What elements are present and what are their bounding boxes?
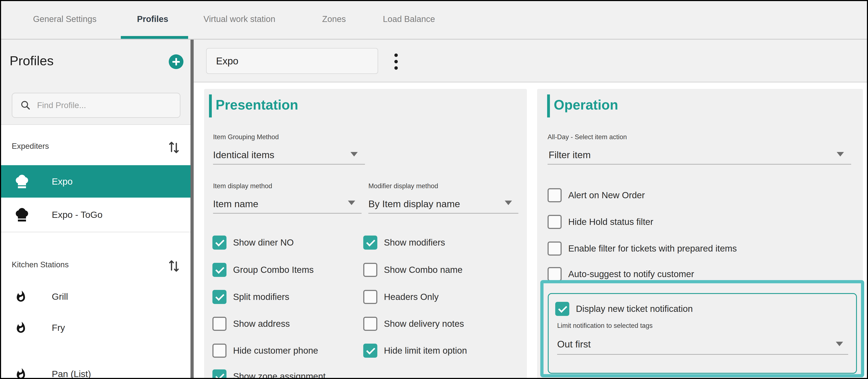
checkbox-box bbox=[363, 344, 377, 358]
checkbox-box bbox=[363, 290, 377, 304]
modifier-display-method-value: By Item display name bbox=[368, 199, 460, 209]
limit-notification-label: Limit notification to selected tags bbox=[557, 322, 653, 329]
chef-hat-icon bbox=[13, 205, 30, 224]
tab-general-settings[interactable]: General Settings bbox=[33, 14, 96, 24]
checkbox-enable-filter-prepared-items[interactable]: Enable filter for tickets with prepared … bbox=[548, 241, 737, 256]
caret-down-icon bbox=[505, 201, 512, 205]
checkbox-headers-only[interactable]: Headers Only bbox=[363, 290, 439, 304]
flame-icon bbox=[15, 321, 27, 334]
checkbox-alert-on-new-order[interactable]: Alert on New Order bbox=[548, 188, 645, 202]
tab-virtual-work-station[interactable]: Virtual work station bbox=[204, 14, 275, 24]
sort-expediters-icon[interactable] bbox=[167, 139, 180, 154]
all-day-action-value: Filter item bbox=[549, 149, 591, 161]
search-icon bbox=[20, 100, 31, 111]
sidebar-item-label: Expo - ToGo bbox=[52, 209, 102, 220]
all-day-action-label: All-Day - Select item action bbox=[548, 133, 627, 141]
profile-name-value: Expo bbox=[216, 55, 239, 67]
presentation-panel bbox=[204, 89, 527, 378]
chef-hat-icon bbox=[13, 172, 30, 191]
limit-notification-value: Out first bbox=[557, 339, 591, 350]
tab-zones[interactable]: Zones bbox=[322, 14, 346, 24]
sidebar-item-label: Pan (List) bbox=[52, 369, 91, 379]
checkbox-box bbox=[212, 317, 226, 331]
checkbox-box bbox=[212, 370, 226, 379]
checkbox-hide-customer-phone[interactable]: Hide customer phone bbox=[212, 344, 318, 358]
section-label-expediters: Expediters bbox=[12, 142, 49, 151]
checkbox-show-zone-assignment[interactable]: Show zone assignment bbox=[212, 370, 326, 379]
modifier-display-method-label: Modifier display method bbox=[368, 182, 438, 190]
sidebar-item-grill[interactable]: Grill bbox=[1, 289, 190, 304]
operation-title: Operation bbox=[554, 97, 618, 113]
checkbox-show-diner-no[interactable]: Show diner NO bbox=[212, 236, 294, 250]
caret-down-icon bbox=[837, 152, 844, 156]
checkbox-box bbox=[548, 241, 562, 256]
checkbox-box bbox=[548, 188, 562, 202]
sidebar-title: Profiles bbox=[9, 54, 54, 68]
sidebar-item-expo-togo[interactable]: Expo - ToGo bbox=[1, 198, 190, 232]
checkbox-show-address[interactable]: Show address bbox=[212, 317, 290, 331]
top-tab-bar: General Settings Profiles Virtual work s… bbox=[1, 1, 867, 39]
flame-icon bbox=[15, 367, 27, 379]
checkbox-box bbox=[363, 263, 377, 277]
sidebar-item-expo[interactable]: Expo bbox=[1, 165, 190, 198]
checkbox-show-modifiers[interactable]: Show modifiers bbox=[363, 236, 445, 250]
tab-profiles[interactable]: Profiles bbox=[137, 14, 168, 24]
more-options-button[interactable] bbox=[393, 54, 400, 70]
checkbox-auto-suggest-notify-customer[interactable]: Auto-suggest to notify customer bbox=[548, 267, 694, 281]
checkbox-box bbox=[548, 215, 562, 229]
item-grouping-method-value: Identical items bbox=[213, 149, 274, 161]
item-grouping-method-label: Item Grouping Method bbox=[213, 133, 279, 141]
sidebar-item-label: Grill bbox=[52, 291, 68, 302]
section-label-kitchen-stations: Kitchen Stations bbox=[12, 260, 69, 269]
checkbox-box bbox=[555, 302, 569, 316]
checkbox-show-delivery-notes[interactable]: Show delivery notes bbox=[363, 317, 464, 331]
sidebar-divider bbox=[1, 124, 190, 125]
checkbox-box bbox=[548, 267, 562, 281]
search-placeholder: Find Profile... bbox=[37, 100, 86, 110]
active-tab-underline bbox=[121, 36, 188, 39]
caret-down-icon bbox=[348, 201, 355, 205]
checkbox-box bbox=[363, 317, 377, 331]
sort-kitchen-stations-icon[interactable] bbox=[167, 258, 180, 273]
profile-name-input[interactable]: Expo bbox=[206, 48, 378, 74]
checkbox-display-new-ticket-notification[interactable]: Display new ticket notification bbox=[555, 302, 693, 316]
sidebar-scrollbar[interactable] bbox=[190, 40, 194, 379]
checkbox-hide-limit-item-option[interactable]: Hide limit item option bbox=[363, 344, 467, 358]
checkbox-split-modifiers[interactable]: Split modifiers bbox=[212, 290, 289, 304]
add-profile-button[interactable] bbox=[169, 54, 183, 69]
caret-down-icon bbox=[350, 152, 358, 156]
tab-load-balance[interactable]: Load Balance bbox=[383, 14, 435, 24]
checkbox-box bbox=[212, 344, 226, 358]
checkbox-box bbox=[363, 236, 377, 250]
sidebar-item-label: Fry bbox=[52, 322, 65, 333]
item-display-method-value: Item name bbox=[213, 199, 258, 209]
checkbox-box bbox=[212, 263, 226, 277]
checkbox-box bbox=[212, 290, 226, 304]
sidebar-item-label: Expo bbox=[52, 176, 73, 187]
caret-down-icon bbox=[836, 342, 843, 346]
checkbox-box bbox=[212, 236, 226, 250]
sidebar-item-fry[interactable]: Fry bbox=[1, 320, 190, 335]
flame-icon bbox=[15, 290, 27, 303]
search-input[interactable]: Find Profile... bbox=[12, 93, 181, 118]
checkbox-hide-hold-status-filter[interactable]: Hide Hold status filter bbox=[548, 215, 653, 229]
presentation-title: Presentation bbox=[216, 97, 298, 113]
checkbox-group-combo-items[interactable]: Group Combo Items bbox=[212, 263, 314, 277]
operation-title-bar bbox=[547, 94, 550, 117]
checkbox-show-combo-name[interactable]: Show Combo name bbox=[363, 263, 463, 277]
main-header-divider bbox=[194, 82, 868, 83]
presentation-title-bar bbox=[209, 94, 212, 117]
kebab-icon bbox=[394, 54, 398, 57]
app-window: General Settings Profiles Virtual work s… bbox=[0, 0, 868, 379]
item-display-method-label: Item display method bbox=[213, 182, 272, 190]
sidebar-item-pan-list[interactable]: Pan (List) bbox=[1, 366, 190, 379]
